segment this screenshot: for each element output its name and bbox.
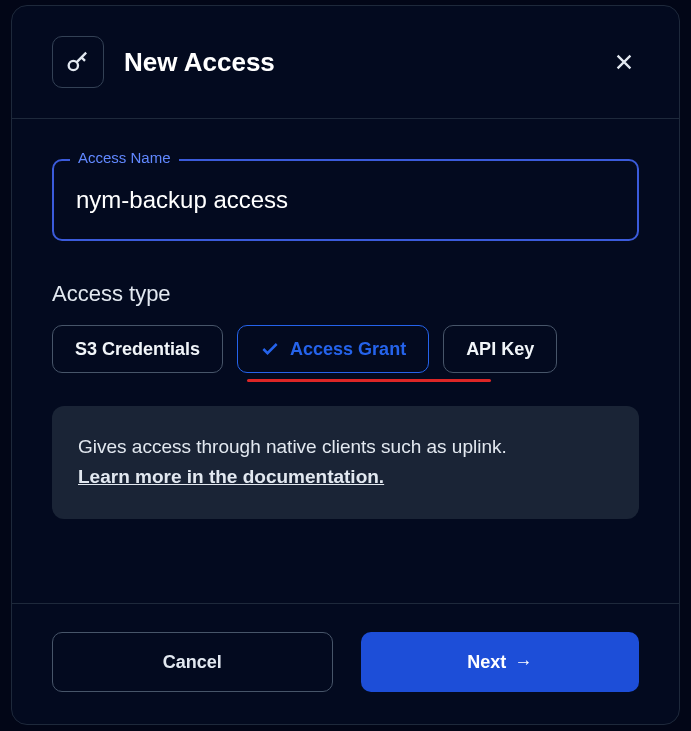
learn-more-link[interactable]: Learn more in the documentation. xyxy=(78,466,384,487)
close-button[interactable] xyxy=(604,42,644,82)
access-type-label: Access type xyxy=(52,281,639,307)
next-label: Next xyxy=(467,652,506,673)
access-type-options: S3 Credentials Access Grant API Key xyxy=(52,325,639,373)
modal-title: New Access xyxy=(124,47,275,78)
info-box: Gives access through native clients such… xyxy=(52,406,639,519)
modal-footer: Cancel Next → xyxy=(12,603,679,724)
modal-header: New Access xyxy=(12,6,679,119)
key-icon xyxy=(64,48,92,76)
access-name-label: Access Name xyxy=(70,149,179,166)
type-option-label: Access Grant xyxy=(290,339,406,360)
key-icon-box xyxy=(52,36,104,88)
type-option-label: API Key xyxy=(466,339,534,360)
info-description: Gives access through native clients such… xyxy=(78,436,507,457)
close-icon xyxy=(613,51,635,73)
info-text: Gives access through native clients such… xyxy=(78,432,613,493)
cancel-button[interactable]: Cancel xyxy=(52,632,333,692)
new-access-modal: New Access Access Name Access type S3 Cr… xyxy=(11,5,680,725)
modal-body: Access Name Access type S3 Credentials A… xyxy=(12,119,679,603)
highlight-underline xyxy=(247,379,491,382)
type-option-s3-credentials[interactable]: S3 Credentials xyxy=(52,325,223,373)
header-left: New Access xyxy=(52,36,275,88)
cancel-label: Cancel xyxy=(163,652,222,673)
next-button[interactable]: Next → xyxy=(361,632,640,692)
type-option-access-grant[interactable]: Access Grant xyxy=(237,325,429,373)
type-option-label: S3 Credentials xyxy=(75,339,200,360)
check-icon xyxy=(260,339,280,359)
access-name-group: Access Name xyxy=(52,159,639,241)
arrow-right-icon: → xyxy=(514,652,532,673)
type-option-api-key[interactable]: API Key xyxy=(443,325,557,373)
access-name-input[interactable] xyxy=(52,159,639,241)
